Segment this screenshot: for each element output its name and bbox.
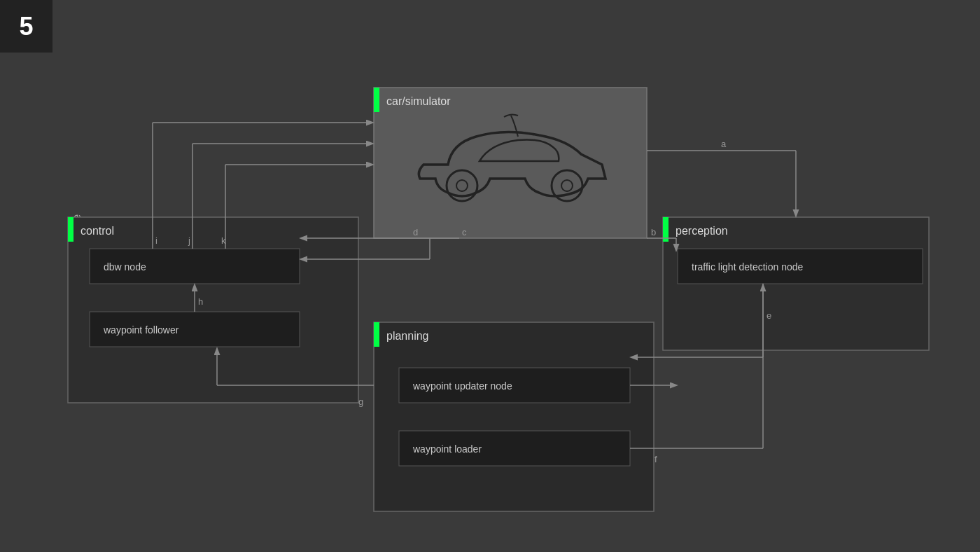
simulator-section (374, 88, 647, 238)
label-f: f (654, 454, 657, 464)
label-d: d (413, 227, 418, 237)
control-label: control (80, 225, 114, 237)
waypoint-loader-label: waypoint loader (412, 443, 482, 455)
label-a: a (721, 139, 727, 149)
label-j: j (188, 235, 190, 246)
label-e: e (766, 310, 771, 321)
perception-label: perception (676, 225, 728, 237)
simulator-label: car/simulator (386, 95, 451, 107)
dbw-node-label: dbw node (104, 261, 146, 272)
label-b: b (651, 227, 656, 237)
control-section (68, 217, 358, 403)
planning-green-bar (374, 322, 379, 347)
label-k: k (221, 235, 226, 246)
planning-section (374, 322, 654, 511)
simulator-green-bar (374, 88, 379, 112)
label-h: h (198, 296, 203, 307)
planning-label: planning (386, 330, 429, 342)
traffic-light-node-label: traffic light detection node (692, 261, 804, 272)
label-i: i (155, 235, 158, 246)
waypoint-follower-label: waypoint follower (103, 324, 179, 336)
architecture-diagram: car/simulator control planning perceptio… (0, 0, 980, 552)
waypoint-updater-label: waypoint updater node (412, 380, 512, 392)
label-c: c (462, 227, 467, 237)
label-g: g (358, 396, 363, 407)
control-green-bar (68, 217, 74, 242)
